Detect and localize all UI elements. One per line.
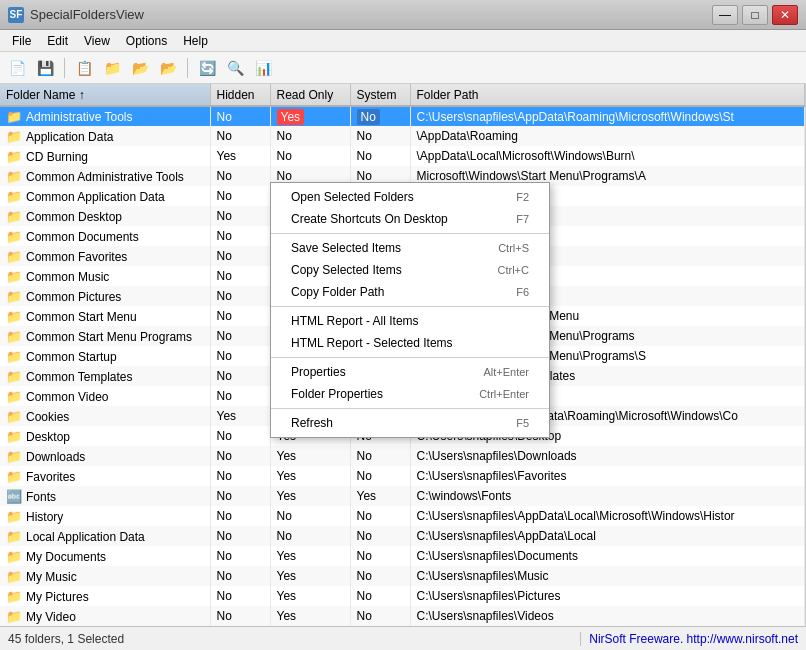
table-row[interactable]: 📁My DocumentsNoYesNoC:\Users\snapfiles\D… — [0, 546, 805, 566]
table-header-row: Folder Name ↑ Hidden Read Only System Fo… — [0, 84, 805, 106]
app-title: SpecialFoldersView — [30, 7, 144, 22]
table-row[interactable]: 📁Application DataNoNoNo\AppData\Roaming — [0, 126, 805, 146]
toolbar-save[interactable]: 💾 — [32, 55, 58, 81]
ctx-item-9[interactable]: RefreshF5 — [271, 412, 549, 434]
menu-options[interactable]: Options — [118, 32, 175, 50]
menu-help[interactable]: Help — [175, 32, 216, 50]
table-row[interactable]: 📁DownloadsNoYesNoC:\Users\snapfiles\Down… — [0, 446, 805, 466]
ctx-item-2[interactable]: Save Selected ItemsCtrl+S — [271, 237, 549, 259]
table-row[interactable]: 📁My VideoNoYesNoC:\Users\snapfiles\Video… — [0, 606, 805, 626]
toolbar-new[interactable]: 📄 — [4, 55, 30, 81]
title-bar-controls: — □ ✕ — [712, 5, 798, 25]
ctx-item-8[interactable]: Folder PropertiesCtrl+Enter — [271, 383, 549, 405]
toolbar-search[interactable]: 🔍 — [222, 55, 248, 81]
toolbar-folder3[interactable]: 📂 — [155, 55, 181, 81]
cell-path: C:\Users\snapfiles\Videos — [410, 606, 805, 626]
folder-icon: 📁 — [6, 369, 22, 384]
ctx-separator — [271, 233, 549, 234]
cell-readonly: No — [270, 526, 350, 546]
ctx-shortcut: F6 — [516, 286, 529, 298]
ctx-separator — [271, 306, 549, 307]
folder-icon: 📁 — [6, 609, 22, 624]
col-readonly[interactable]: Read Only — [270, 84, 350, 106]
title-bar-left: SF SpecialFoldersView — [8, 7, 144, 23]
ctx-item-3[interactable]: Copy Selected ItemsCtrl+C — [271, 259, 549, 281]
status-link[interactable]: NirSoft Freeware. http://www.nirsoft.net — [581, 632, 806, 646]
table-row[interactable]: 📁My PicturesNoYesNoC:\Users\snapfiles\Pi… — [0, 586, 805, 606]
ctx-label: Copy Selected Items — [291, 263, 402, 277]
ctx-item-5[interactable]: HTML Report - All Items — [271, 310, 549, 332]
ctx-shortcut: F5 — [516, 417, 529, 429]
folder-icon: 📁 — [6, 349, 22, 364]
cell-system: No — [350, 546, 410, 566]
cell-name: 📁Common Start Menu — [0, 306, 210, 326]
cell-hidden: No — [210, 366, 270, 386]
folder-icon: 📁 — [6, 409, 22, 424]
toolbar-copy[interactable]: 📋 — [71, 55, 97, 81]
table-row[interactable]: 📁Administrative ToolsNoYesNoC:\Users\sna… — [0, 106, 805, 126]
cell-hidden: No — [210, 306, 270, 326]
table-row[interactable]: 📁FavoritesNoYesNoC:\Users\snapfiles\Favo… — [0, 466, 805, 486]
cell-name: 📁My Video — [0, 606, 210, 626]
table-row[interactable]: 🔤FontsNoYesYesC:\windows\Fonts — [0, 486, 805, 506]
ctx-item-0[interactable]: Open Selected FoldersF2 — [271, 186, 549, 208]
ctx-label: Refresh — [291, 416, 333, 430]
folder-icon: 📁 — [6, 449, 22, 464]
toolbar-refresh[interactable]: 🔄 — [194, 55, 220, 81]
cell-readonly: Yes — [270, 566, 350, 586]
toolbar-folder[interactable]: 📁 — [99, 55, 125, 81]
cell-hidden: No — [210, 106, 270, 126]
folder-icon: 📁 — [6, 229, 22, 244]
cell-hidden: No — [210, 126, 270, 146]
ctx-item-6[interactable]: HTML Report - Selected Items — [271, 332, 549, 354]
maximize-button[interactable]: □ — [742, 5, 768, 25]
ctx-shortcut: Ctrl+C — [498, 264, 529, 276]
table-row[interactable]: 📁HistoryNoNoNoC:\Users\snapfiles\AppData… — [0, 506, 805, 526]
col-folder-name[interactable]: Folder Name ↑ — [0, 84, 210, 106]
toolbar-report[interactable]: 📊 — [250, 55, 276, 81]
cell-hidden: Yes — [210, 146, 270, 166]
folder-icon: 📁 — [6, 189, 22, 204]
cell-path: C:\Users\snapfiles\Music — [410, 566, 805, 586]
cell-system: No — [350, 106, 410, 126]
folder-icon: 📁 — [6, 549, 22, 564]
table-row[interactable]: 📁CD BurningYesNoNo\AppData\Local\Microso… — [0, 146, 805, 166]
menu-edit[interactable]: Edit — [39, 32, 76, 50]
folder-icon: 📁 — [6, 309, 22, 324]
toolbar-folder2[interactable]: 📂 — [127, 55, 153, 81]
col-path[interactable]: Folder Path — [410, 84, 805, 106]
cell-system: No — [350, 566, 410, 586]
cell-name: 📁Common Video — [0, 386, 210, 406]
cell-hidden: No — [210, 206, 270, 226]
ctx-item-4[interactable]: Copy Folder PathF6 — [271, 281, 549, 303]
table-row[interactable]: 📁My MusicNoYesNoC:\Users\snapfiles\Music — [0, 566, 805, 586]
ctx-label: HTML Report - All Items — [291, 314, 419, 328]
cell-system: No — [350, 126, 410, 146]
cell-system: Yes — [350, 486, 410, 506]
table-row[interactable]: 📁Local Application DataNoNoNoC:\Users\sn… — [0, 526, 805, 546]
context-menu: Open Selected FoldersF2Create Shortcuts … — [270, 182, 550, 438]
cell-hidden: No — [210, 226, 270, 246]
ctx-separator — [271, 357, 549, 358]
col-system[interactable]: System — [350, 84, 410, 106]
cell-readonly: Yes — [270, 546, 350, 566]
cell-name: 📁Cookies — [0, 406, 210, 426]
ctx-label: Copy Folder Path — [291, 285, 384, 299]
cell-hidden: No — [210, 566, 270, 586]
menu-file[interactable]: File — [4, 32, 39, 50]
folder-icon: 📁 — [6, 529, 22, 544]
cell-hidden: No — [210, 546, 270, 566]
ctx-label: Properties — [291, 365, 346, 379]
ctx-item-7[interactable]: PropertiesAlt+Enter — [271, 361, 549, 383]
cell-name: 📁My Music — [0, 566, 210, 586]
ctx-item-1[interactable]: Create Shortcuts On DesktopF7 — [271, 208, 549, 230]
minimize-button[interactable]: — — [712, 5, 738, 25]
menu-view[interactable]: View — [76, 32, 118, 50]
folder-icon: 🔤 — [6, 489, 22, 504]
cell-hidden: No — [210, 486, 270, 506]
close-button[interactable]: ✕ — [772, 5, 798, 25]
folder-icon: 📁 — [6, 289, 22, 304]
col-hidden[interactable]: Hidden — [210, 84, 270, 106]
cell-hidden: No — [210, 446, 270, 466]
cell-path: C:\Users\snapfiles\Favorites — [410, 466, 805, 486]
